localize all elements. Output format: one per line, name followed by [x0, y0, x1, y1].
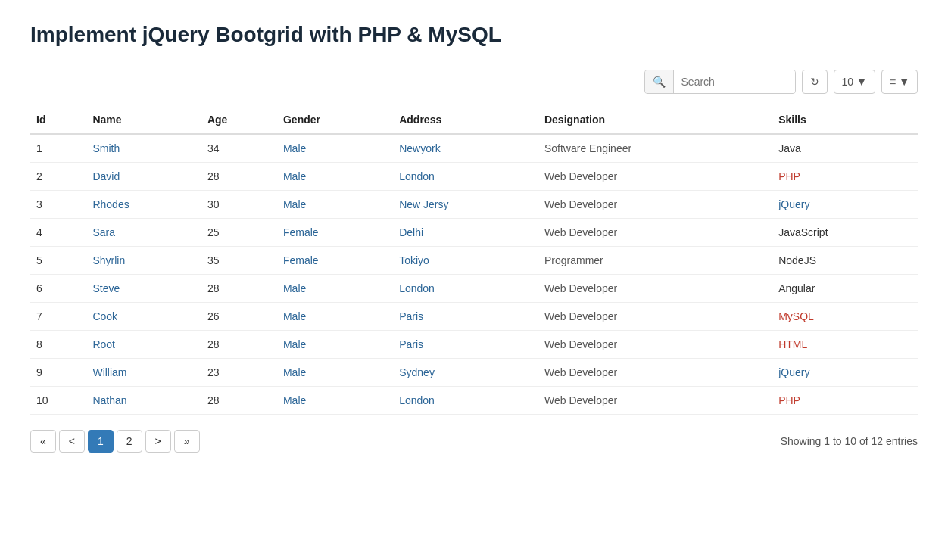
pagination-next-button[interactable]: >	[145, 430, 171, 453]
pagination-page1-button[interactable]: 1	[88, 430, 114, 453]
col-header-designation: Designation	[538, 106, 772, 134]
table-cell: 8	[30, 331, 86, 359]
table-cell: Female	[277, 219, 393, 247]
table-cell: Male	[277, 163, 393, 191]
table-row: 9William23MaleSydneyWeb DeveloperjQuery	[30, 359, 918, 387]
table-cell: 7	[30, 303, 86, 331]
table-cell: Web Developer	[538, 219, 772, 247]
search-box: 🔍	[644, 70, 796, 94]
table-cell: Shyrlin	[86, 247, 201, 275]
table-cell: Root	[86, 331, 201, 359]
table-cell: jQuery	[772, 191, 918, 219]
table-cell: Software Engineer	[538, 134, 772, 163]
table-cell: Male	[277, 275, 393, 303]
pagination: « < 1 2 > »	[30, 430, 200, 453]
table-cell: Delhi	[393, 219, 538, 247]
table-cell: Paris	[393, 331, 538, 359]
col-header-address: Address	[393, 106, 538, 134]
table-cell: Web Developer	[538, 359, 772, 387]
col-header-name: Name	[86, 106, 201, 134]
table-cell: 9	[30, 359, 86, 387]
pagination-page2-button[interactable]: 2	[117, 430, 142, 453]
table-cell: Steve	[86, 275, 201, 303]
pagination-prev-button[interactable]: <	[59, 430, 85, 453]
table-cell: Nathan	[86, 387, 201, 415]
table-cell: 6	[30, 275, 86, 303]
table-cell: Sara	[86, 219, 201, 247]
table-row: 2David28MaleLondonWeb DeveloperPHP	[30, 163, 918, 191]
header-row: Id Name Age Gender Address Designation S…	[30, 106, 918, 134]
col-header-skills: Skills	[772, 106, 918, 134]
table-cell: NodeJS	[772, 247, 918, 275]
table-cell: William	[86, 359, 201, 387]
table-cell: 2	[30, 163, 86, 191]
pagination-first-button[interactable]: «	[30, 430, 56, 453]
table-cell: MySQL	[772, 303, 918, 331]
table-cell: 3	[30, 191, 86, 219]
table-body: 1Smith34MaleNewyorkSoftware EngineerJava…	[30, 134, 918, 415]
table-cell: HTML	[772, 331, 918, 359]
search-input[interactable]	[674, 70, 795, 93]
table-cell: Smith	[86, 134, 201, 163]
table-cell: 23	[201, 359, 277, 387]
page-title: Implement jQuery Bootgrid with PHP & MyS…	[30, 23, 918, 47]
table-cell: London	[393, 387, 538, 415]
table-cell: 30	[201, 191, 277, 219]
pagination-last-button[interactable]: »	[174, 430, 200, 453]
table-cell: jQuery	[772, 359, 918, 387]
data-table: Id Name Age Gender Address Designation S…	[30, 106, 918, 415]
table-cell: New Jersy	[393, 191, 538, 219]
columns-dropdown-arrow-icon: ▼	[899, 76, 909, 88]
search-icon-button[interactable]: 🔍	[645, 70, 674, 93]
dropdown-arrow-icon: ▼	[856, 76, 867, 88]
table-cell: Web Developer	[538, 191, 772, 219]
rows-per-page-button[interactable]: 10 ▼	[834, 70, 875, 94]
table-cell: Web Developer	[538, 331, 772, 359]
table-cell: Rhodes	[86, 191, 201, 219]
table-cell: PHP	[772, 163, 918, 191]
table-cell: London	[393, 275, 538, 303]
table-cell: Web Developer	[538, 303, 772, 331]
table-cell: Male	[277, 331, 393, 359]
table-cell: Male	[277, 303, 393, 331]
table-row: 4Sara25FemaleDelhiWeb DeveloperJavaScrip…	[30, 219, 918, 247]
table-cell: JavaScript	[772, 219, 918, 247]
table-row: 3Rhodes30MaleNew JersyWeb DeveloperjQuer…	[30, 191, 918, 219]
table-cell: Web Developer	[538, 275, 772, 303]
pagination-area: « < 1 2 > » Showing 1 to 10 of 12 entrie…	[30, 430, 918, 453]
columns-icon: ≡	[890, 76, 896, 88]
col-header-gender: Gender	[277, 106, 393, 134]
col-header-id: Id	[30, 106, 86, 134]
refresh-icon: ↻	[810, 76, 819, 88]
table-cell: Programmer	[538, 247, 772, 275]
table-cell: PHP	[772, 387, 918, 415]
table-cell: 10	[30, 387, 86, 415]
table-cell: Male	[277, 359, 393, 387]
table-cell: 28	[201, 331, 277, 359]
table-cell: Sydney	[393, 359, 538, 387]
refresh-button[interactable]: ↻	[802, 70, 828, 94]
toolbar: 🔍 ↻ 10 ▼ ≡ ▼	[30, 70, 918, 94]
table-cell: 4	[30, 219, 86, 247]
table-cell: Cook	[86, 303, 201, 331]
table-row: 5Shyrlin35FemaleTokiyoProgrammerNodeJS	[30, 247, 918, 275]
table-cell: 34	[201, 134, 277, 163]
table-header: Id Name Age Gender Address Designation S…	[30, 106, 918, 134]
table-cell: Java	[772, 134, 918, 163]
table-cell: Tokiyo	[393, 247, 538, 275]
columns-toggle-button[interactable]: ≡ ▼	[881, 70, 918, 94]
showing-entries-text: Showing 1 to 10 of 12 entries	[781, 435, 918, 447]
rows-label: 10	[842, 76, 854, 88]
table-cell: 35	[201, 247, 277, 275]
table-row: 10Nathan28MaleLondonWeb DeveloperPHP	[30, 387, 918, 415]
table-cell: Angular	[772, 275, 918, 303]
table-cell: Male	[277, 387, 393, 415]
table-cell: 28	[201, 163, 277, 191]
table-row: 1Smith34MaleNewyorkSoftware EngineerJava	[30, 134, 918, 163]
table-row: 8Root28MaleParisWeb DeveloperHTML	[30, 331, 918, 359]
table-cell: Paris	[393, 303, 538, 331]
table-row: 6Steve28MaleLondonWeb DeveloperAngular	[30, 275, 918, 303]
table-cell: 28	[201, 275, 277, 303]
table-cell: Male	[277, 191, 393, 219]
table-cell: London	[393, 163, 538, 191]
